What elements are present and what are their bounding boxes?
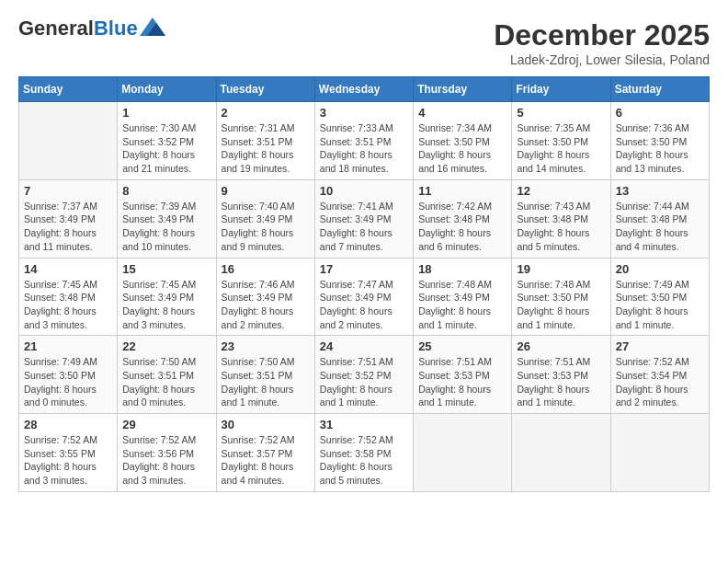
logo-icon (140, 17, 165, 36)
calendar-cell: 11Sunrise: 7:42 AMSunset: 3:48 PMDayligh… (414, 179, 512, 258)
day-info: Sunrise: 7:40 AMSunset: 3:49 PMDaylight:… (222, 200, 310, 254)
day-number: 10 (320, 184, 408, 198)
calendar-cell: 23Sunrise: 7:50 AMSunset: 3:51 PMDayligh… (216, 336, 314, 414)
header-row: SundayMondayTuesdayWednesdayThursdayFrid… (19, 77, 710, 102)
calendar-cell: 1Sunrise: 7:30 AMSunset: 3:52 PMDaylight… (118, 102, 216, 180)
calendar-cell (414, 414, 512, 492)
day-info: Sunrise: 7:52 AMSunset: 3:57 PMDaylight:… (222, 433, 310, 488)
location: Ladek-Zdroj, Lower Silesia, Poland (494, 52, 710, 67)
day-info: Sunrise: 7:35 AMSunset: 3:50 PMDaylight:… (517, 121, 605, 176)
calendar-cell: 14Sunrise: 7:45 AMSunset: 3:48 PMDayligh… (19, 258, 118, 336)
day-info: Sunrise: 7:30 AMSunset: 3:52 PMDaylight:… (122, 121, 210, 176)
column-header-tuesday: Tuesday (216, 77, 314, 102)
day-info: Sunrise: 7:39 AMSunset: 3:49 PMDaylight:… (122, 200, 210, 254)
calendar-cell: 19Sunrise: 7:48 AMSunset: 3:50 PMDayligh… (512, 258, 610, 336)
day-info: Sunrise: 7:49 AMSunset: 3:50 PMDaylight:… (616, 278, 704, 332)
day-info: Sunrise: 7:33 AMSunset: 3:51 PMDaylight:… (320, 121, 408, 176)
column-header-friday: Friday (512, 77, 610, 102)
logo: GeneralBlue (18, 18, 165, 39)
logo-blue: Blue (94, 17, 138, 40)
day-info: Sunrise: 7:49 AMSunset: 3:50 PMDaylight:… (24, 355, 112, 409)
week-row: 14Sunrise: 7:45 AMSunset: 3:48 PMDayligh… (19, 258, 710, 336)
day-number: 25 (418, 339, 506, 353)
day-number: 27 (616, 339, 704, 353)
calendar-cell: 21Sunrise: 7:49 AMSunset: 3:50 PMDayligh… (19, 336, 118, 414)
day-number: 31 (320, 418, 408, 431)
day-info: Sunrise: 7:52 AMSunset: 3:54 PMDaylight:… (616, 355, 704, 409)
calendar-cell: 26Sunrise: 7:51 AMSunset: 3:53 PMDayligh… (512, 336, 610, 414)
day-info: Sunrise: 7:50 AMSunset: 3:51 PMDaylight:… (122, 355, 210, 409)
calendar-cell: 28Sunrise: 7:52 AMSunset: 3:55 PMDayligh… (19, 414, 118, 492)
day-number: 4 (418, 106, 506, 120)
calendar-cell: 4Sunrise: 7:34 AMSunset: 3:50 PMDaylight… (414, 102, 512, 180)
day-number: 3 (320, 106, 408, 120)
day-number: 6 (616, 106, 704, 120)
day-number: 23 (222, 339, 310, 353)
calendar-cell: 30Sunrise: 7:52 AMSunset: 3:57 PMDayligh… (216, 414, 314, 492)
calendar-cell: 15Sunrise: 7:45 AMSunset: 3:49 PMDayligh… (118, 258, 216, 336)
day-info: Sunrise: 7:43 AMSunset: 3:48 PMDaylight:… (517, 200, 605, 254)
day-number: 12 (517, 184, 605, 198)
day-number: 1 (122, 106, 210, 120)
calendar-cell: 18Sunrise: 7:48 AMSunset: 3:49 PMDayligh… (414, 258, 512, 336)
day-number: 29 (122, 418, 210, 431)
day-number: 22 (122, 339, 210, 353)
day-info: Sunrise: 7:50 AMSunset: 3:51 PMDaylight:… (222, 355, 310, 409)
day-number: 28 (24, 418, 112, 431)
day-info: Sunrise: 7:48 AMSunset: 3:50 PMDaylight:… (517, 278, 605, 332)
week-row: 1Sunrise: 7:30 AMSunset: 3:52 PMDaylight… (19, 102, 710, 180)
calendar-cell: 5Sunrise: 7:35 AMSunset: 3:50 PMDaylight… (512, 102, 610, 180)
day-info: Sunrise: 7:42 AMSunset: 3:48 PMDaylight:… (418, 200, 506, 254)
week-row: 21Sunrise: 7:49 AMSunset: 3:50 PMDayligh… (19, 336, 710, 414)
calendar-cell (19, 102, 118, 180)
day-number: 16 (222, 262, 310, 276)
day-number: 30 (222, 418, 310, 431)
calendar-cell: 22Sunrise: 7:50 AMSunset: 3:51 PMDayligh… (118, 336, 216, 414)
day-info: Sunrise: 7:52 AMSunset: 3:55 PMDaylight:… (24, 433, 112, 488)
calendar-cell: 10Sunrise: 7:41 AMSunset: 3:49 PMDayligh… (314, 179, 413, 258)
logo-general: General (18, 17, 94, 40)
column-header-wednesday: Wednesday (314, 77, 413, 102)
week-row: 28Sunrise: 7:52 AMSunset: 3:55 PMDayligh… (19, 414, 710, 492)
calendar-cell: 27Sunrise: 7:52 AMSunset: 3:54 PMDayligh… (610, 336, 709, 414)
column-header-thursday: Thursday (414, 77, 512, 102)
day-info: Sunrise: 7:51 AMSunset: 3:53 PMDaylight:… (517, 355, 605, 409)
calendar-cell: 6Sunrise: 7:36 AMSunset: 3:50 PMDaylight… (610, 102, 709, 180)
day-number: 5 (517, 106, 605, 120)
calendar-cell: 7Sunrise: 7:37 AMSunset: 3:49 PMDaylight… (19, 179, 118, 258)
day-info: Sunrise: 7:51 AMSunset: 3:53 PMDaylight:… (418, 355, 506, 409)
day-info: Sunrise: 7:52 AMSunset: 3:56 PMDaylight:… (122, 433, 210, 488)
calendar-cell (512, 414, 610, 492)
day-info: Sunrise: 7:37 AMSunset: 3:49 PMDaylight:… (24, 200, 112, 254)
day-number: 26 (517, 339, 605, 353)
calendar-cell: 16Sunrise: 7:46 AMSunset: 3:49 PMDayligh… (216, 258, 314, 336)
calendar-table: SundayMondayTuesdayWednesdayThursdayFrid… (18, 76, 710, 492)
calendar-cell: 31Sunrise: 7:52 AMSunset: 3:58 PMDayligh… (314, 414, 413, 492)
calendar-cell: 29Sunrise: 7:52 AMSunset: 3:56 PMDayligh… (118, 414, 216, 492)
column-header-monday: Monday (118, 77, 216, 102)
day-number: 13 (616, 184, 704, 198)
day-info: Sunrise: 7:51 AMSunset: 3:52 PMDaylight:… (320, 355, 408, 409)
calendar-cell: 12Sunrise: 7:43 AMSunset: 3:48 PMDayligh… (512, 179, 610, 258)
day-info: Sunrise: 7:31 AMSunset: 3:51 PMDaylight:… (222, 121, 310, 176)
calendar-cell: 3Sunrise: 7:33 AMSunset: 3:51 PMDaylight… (314, 102, 413, 180)
day-number: 21 (24, 339, 112, 353)
calendar-cell: 20Sunrise: 7:49 AMSunset: 3:50 PMDayligh… (610, 258, 709, 336)
day-info: Sunrise: 7:46 AMSunset: 3:49 PMDaylight:… (222, 278, 310, 332)
day-number: 18 (418, 262, 506, 276)
day-number: 2 (222, 106, 310, 120)
calendar-cell: 9Sunrise: 7:40 AMSunset: 3:49 PMDaylight… (216, 179, 314, 258)
day-info: Sunrise: 7:52 AMSunset: 3:58 PMDaylight:… (320, 433, 408, 488)
calendar-cell: 17Sunrise: 7:47 AMSunset: 3:49 PMDayligh… (314, 258, 413, 336)
day-number: 17 (320, 262, 408, 276)
day-number: 7 (24, 184, 112, 198)
title-block: December 2025 Ladek-Zdroj, Lower Silesia… (494, 18, 710, 67)
day-info: Sunrise: 7:48 AMSunset: 3:49 PMDaylight:… (418, 278, 506, 332)
calendar-cell: 8Sunrise: 7:39 AMSunset: 3:49 PMDaylight… (118, 179, 216, 258)
column-header-saturday: Saturday (610, 77, 709, 102)
day-number: 14 (24, 262, 112, 276)
calendar-cell: 13Sunrise: 7:44 AMSunset: 3:48 PMDayligh… (610, 179, 709, 258)
page-header: GeneralBlue December 2025 Ladek-Zdroj, L… (18, 18, 710, 67)
calendar-cell (610, 414, 709, 492)
day-info: Sunrise: 7:36 AMSunset: 3:50 PMDaylight:… (616, 121, 704, 176)
